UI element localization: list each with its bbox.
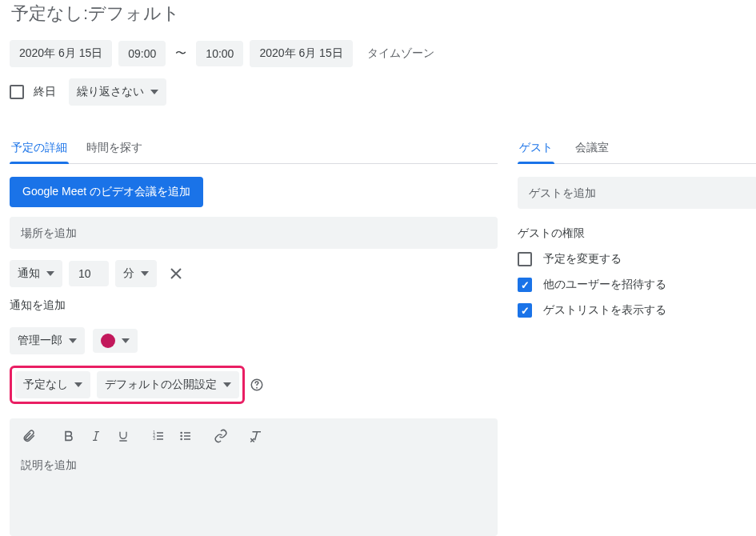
chevron-down-icon [122,338,130,343]
visibility-label: デフォルトの公開設定 [105,378,217,392]
perm-seelist-checkbox[interactable] [518,303,532,318]
time-separator: 〜 [172,46,190,61]
description-toolbar: 123 [10,418,498,452]
notification-row: 通知 10 分 [10,260,498,287]
calendar-owner-label: 管理一郎 [18,334,62,348]
all-day-label: 終日 [34,85,56,99]
perm-modify-label: 予定を変更する [543,252,622,266]
end-date-chip[interactable]: 2020年 6月 15日 [250,40,352,67]
chevron-down-icon [46,271,54,276]
notification-unit-label: 分 [123,266,134,281]
chevron-down-icon [69,338,77,343]
perm-seelist-row: ゲストリストを表示する [518,303,756,318]
clear-formatting-button[interactable] [243,425,269,447]
event-title-input[interactable] [10,0,498,29]
svg-point-1 [256,387,258,389]
color-swatch [101,334,115,348]
start-date-text: 2020年 6月 15日 [19,46,102,61]
svg-point-6 [180,435,182,438]
notification-value-field[interactable]: 10 [69,261,109,286]
italic-button[interactable] [83,425,109,447]
perm-invite-checkbox[interactable] [518,278,532,292]
description-textarea[interactable]: 説明を追加 [10,452,498,536]
notification-type-label: 通知 [18,266,40,281]
clear-format-icon [249,429,263,443]
end-time-chip[interactable]: 10:00 [196,41,243,66]
guest-field[interactable] [518,177,756,209]
link-button[interactable] [208,425,234,447]
numbered-list-icon: 123 [152,430,165,442]
add-notification-link[interactable]: 通知を追加 [10,298,498,313]
start-time-chip[interactable]: 09:00 [118,41,166,66]
availability-label: 予定なし [23,378,68,392]
end-time-text: 10:00 [206,47,234,60]
tab-details[interactable]: 予定の詳細 [10,134,69,163]
svg-point-7 [180,438,182,441]
left-tabs: 予定の詳細 時間を探す [10,134,498,164]
remove-notification-button[interactable] [168,266,184,282]
bullet-list-icon [179,430,192,442]
paperclip-icon [22,429,36,443]
perm-seelist-label: ゲストリストを表示する [543,303,666,318]
numbered-list-button[interactable]: 123 [146,425,171,447]
underline-icon [117,430,130,442]
repeat-select[interactable]: 繰り返さない [69,78,166,106]
perm-modify-row: 予定を変更する [518,252,756,266]
svg-point-5 [180,432,182,434]
notification-type-select[interactable]: 通知 [10,260,62,287]
add-google-meet-button[interactable]: Google Meet のビデオ会議を追加 [10,177,203,207]
highlight-annotation: 予定なし デフォルトの公開設定 [10,366,245,404]
visibility-select[interactable]: デフォルトの公開設定 [97,371,239,398]
underline-button[interactable] [110,425,136,447]
perm-invite-label: 他のユーザーを招待する [543,278,666,292]
end-date-text: 2020年 6月 15日 [259,46,342,61]
calendar-owner-select[interactable]: 管理一郎 [10,327,85,354]
datetime-row: 2020年 6月 15日 09:00 〜 10:00 2020年 6月 15日 … [10,40,498,67]
timezone-link[interactable]: タイムゾーン [367,46,434,61]
allday-repeat-row: 終日 繰り返さない [10,78,498,106]
permissions-header: ゲストの権限 [518,226,756,241]
event-color-select[interactable] [93,329,138,353]
tab-guests[interactable]: ゲスト [518,134,554,163]
notification-unit-select[interactable]: 分 [115,260,157,287]
help-icon[interactable] [250,378,264,392]
start-date-chip[interactable]: 2020年 6月 15日 [10,40,112,67]
start-time-text: 09:00 [128,47,156,60]
bold-icon [62,430,75,442]
chevron-down-icon [150,90,158,94]
all-day-checkbox[interactable] [10,85,24,99]
chevron-down-icon [223,382,231,387]
perm-modify-checkbox[interactable] [518,252,532,266]
perm-invite-row: 他のユーザーを招待する [518,278,756,292]
tab-rooms[interactable]: 会議室 [574,134,610,163]
availability-select[interactable]: 予定なし [15,371,90,398]
location-input[interactable] [10,217,498,249]
svg-text:3: 3 [153,437,155,441]
close-icon [170,268,182,279]
tab-find-time[interactable]: 時間を探す [85,134,144,163]
description-placeholder: 説明を追加 [21,458,77,471]
bold-button[interactable] [56,425,82,447]
description-editor: 123 説明を追加 [10,418,498,536]
right-tabs: ゲスト 会議室 [518,134,756,164]
bullet-list-button[interactable] [173,425,198,447]
link-icon [214,429,228,443]
guest-input[interactable] [518,177,756,209]
repeat-label: 繰り返さない [77,85,144,99]
chevron-down-icon [74,382,82,387]
location-field[interactable] [10,217,498,249]
owner-row: 管理一郎 [10,327,498,354]
attach-button[interactable] [16,425,42,447]
italic-icon [90,430,102,442]
chevron-down-icon [141,271,149,276]
